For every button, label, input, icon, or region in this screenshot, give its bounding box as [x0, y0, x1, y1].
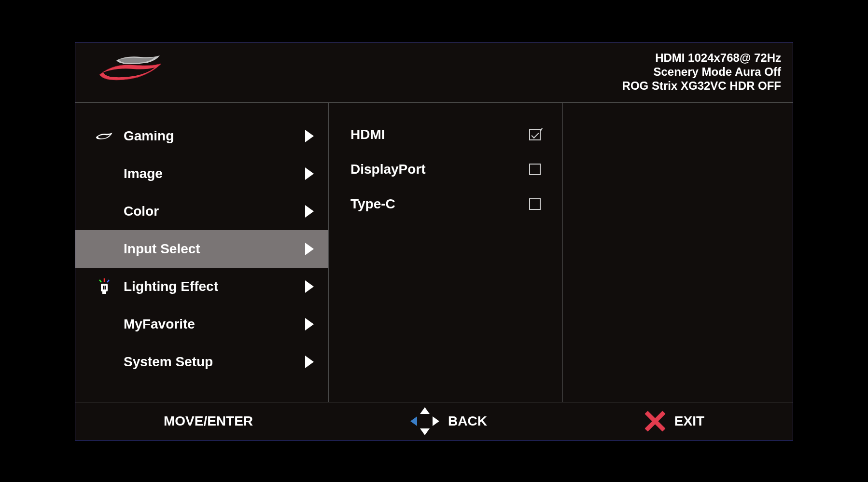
hint-back: BACK [410, 407, 487, 435]
chevron-right-icon [305, 356, 314, 368]
osd-window: HDMI 1024x768@ 72Hz Scenery Mode Aura Of… [75, 42, 793, 441]
footer-hints: MOVE/ENTER BACK EXIT [75, 402, 793, 440]
checkbox-unchecked-icon [529, 198, 541, 210]
menu-item-input-select[interactable]: Input Select [75, 230, 328, 268]
main-panel: Gaming Image Color Input Select [75, 103, 793, 402]
menu-item-color[interactable]: Color [75, 193, 328, 230]
svg-rect-2 [103, 286, 104, 289]
svg-rect-3 [105, 286, 106, 289]
chevron-right-icon [305, 318, 314, 331]
main-menu: Gaming Image Color Input Select [75, 103, 329, 402]
close-icon [644, 411, 666, 432]
menu-item-gaming[interactable]: Gaming [75, 117, 328, 155]
sub-label: DisplayPort [350, 162, 529, 177]
menu-label: Lighting Effect [124, 279, 305, 294]
hint-label: BACK [448, 413, 487, 429]
status-model: ROG Strix XG32VC HDR OFF [622, 79, 781, 93]
sub-label: HDMI [350, 127, 529, 142]
chevron-right-icon [305, 167, 314, 180]
menu-label: MyFavorite [124, 317, 305, 332]
sub-label: Type-C [350, 196, 529, 212]
sub-item-type-c[interactable]: Type-C [329, 187, 562, 221]
menu-item-lighting-effect[interactable]: Lighting Effect [75, 268, 328, 305]
hint-label: EXIT [674, 413, 704, 429]
hint-move-enter: MOVE/ENTER [164, 413, 253, 429]
menu-label: Image [124, 166, 305, 181]
svg-rect-1 [102, 291, 106, 294]
menu-item-system-setup[interactable]: System Setup [75, 343, 328, 381]
hint-exit: EXIT [644, 411, 704, 432]
status-info: HDMI 1024x768@ 72Hz Scenery Mode Aura Of… [622, 51, 781, 93]
sub-menu: HDMI DisplayPort Type-C [329, 103, 563, 402]
menu-item-image[interactable]: Image [75, 155, 328, 193]
menu-label: System Setup [124, 354, 305, 370]
checkbox-checked-icon [529, 129, 541, 140]
rog-logo-icon [90, 53, 167, 92]
sub-item-displayport[interactable]: DisplayPort [329, 152, 562, 187]
detail-panel [563, 103, 793, 402]
menu-item-myfavorite[interactable]: MyFavorite [75, 305, 328, 343]
chevron-right-icon [305, 205, 314, 218]
dpad-icon [410, 407, 439, 435]
svg-rect-0 [101, 284, 108, 291]
lighting-icon [95, 277, 114, 296]
sub-item-hdmi[interactable]: HDMI [329, 117, 562, 152]
chevron-right-icon [305, 130, 314, 142]
menu-label: Color [124, 204, 305, 219]
rog-eye-icon [95, 126, 114, 146]
menu-label: Input Select [124, 241, 305, 257]
chevron-right-icon [305, 280, 314, 293]
hint-label: MOVE/ENTER [164, 413, 253, 429]
status-resolution: HDMI 1024x768@ 72Hz [622, 51, 781, 65]
chevron-right-icon [305, 243, 314, 255]
checkbox-unchecked-icon [529, 164, 541, 175]
status-mode: Scenery Mode Aura Off [622, 65, 781, 79]
menu-label: Gaming [124, 128, 305, 144]
header: HDMI 1024x768@ 72Hz Scenery Mode Aura Of… [75, 42, 793, 103]
